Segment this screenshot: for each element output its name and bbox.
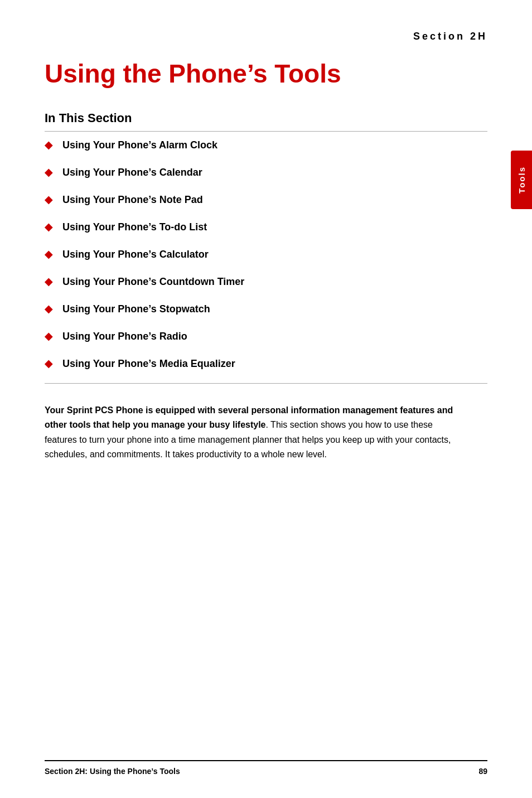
toc-list-item: ◆ Using Your Phone’s Radio (45, 323, 487, 350)
side-tab: Tools (511, 151, 532, 209)
toc-bullet: ◆ (45, 195, 52, 205)
toc-item-text: Using Your Phone’s Radio (62, 331, 187, 342)
section-header: Section 2H (45, 0, 487, 59)
toc-bullet: ◆ (45, 140, 52, 150)
toc-item-text: Using Your Phone’s Note Pad (62, 194, 203, 206)
divider-bottom (45, 383, 487, 384)
toc-bullet: ◆ (45, 222, 52, 232)
description-paragraph: Your Sprint PCS Phone is equipped with s… (45, 403, 487, 462)
toc-list: ◆ Using Your Phone’s Alarm Clock ◆ Using… (45, 132, 487, 378)
toc-bullet: ◆ (45, 331, 52, 341)
toc-list-item: ◆ Using Your Phone’s Note Pad (45, 186, 487, 214)
toc-bullet: ◆ (45, 249, 52, 259)
footer-left: Section 2H: Using the Phone’s Tools (45, 767, 180, 776)
toc-list-item: ◆ Using Your Phone’s Alarm Clock (45, 132, 487, 159)
toc-item-text: Using Your Phone’s Calendar (62, 167, 202, 178)
toc-item-text: Using Your Phone’s Alarm Clock (62, 139, 217, 151)
footer-right: 89 (478, 767, 487, 776)
toc-list-item: ◆ Using Your Phone’s Media Equalizer (45, 350, 487, 378)
footer: Section 2H: Using the Phone’s Tools 89 (45, 760, 487, 776)
toc-list-item: ◆ Using Your Phone’s Calculator (45, 241, 487, 268)
toc-bullet: ◆ (45, 304, 52, 314)
toc-list-item: ◆ Using Your Phone’s Calendar (45, 159, 487, 186)
toc-list-item: ◆ Using Your Phone’s To-do List (45, 214, 487, 241)
toc-item-text: Using Your Phone’s Stopwatch (62, 303, 210, 315)
toc-bullet: ◆ (45, 277, 52, 287)
toc-item-text: Using Your Phone’s Countdown Timer (62, 276, 244, 288)
toc-bullet: ◆ (45, 167, 52, 177)
page-container: Tools Section 2H Using the Phone’s Tools… (0, 0, 532, 798)
toc-item-text: Using Your Phone’s Calculator (62, 249, 209, 260)
section-label: Section 2H (413, 31, 487, 42)
toc-item-text: Using Your Phone’s To-do List (62, 221, 207, 233)
side-tab-label: Tools (517, 166, 526, 194)
toc-item-text: Using Your Phone’s Media Equalizer (62, 358, 235, 370)
main-title: Using the Phone’s Tools (45, 59, 487, 89)
in-this-section-heading: In This Section (45, 111, 487, 125)
toc-bullet: ◆ (45, 359, 52, 369)
toc-list-item: ◆ Using Your Phone’s Countdown Timer (45, 268, 487, 296)
toc-list-item: ◆ Using Your Phone’s Stopwatch (45, 296, 487, 323)
